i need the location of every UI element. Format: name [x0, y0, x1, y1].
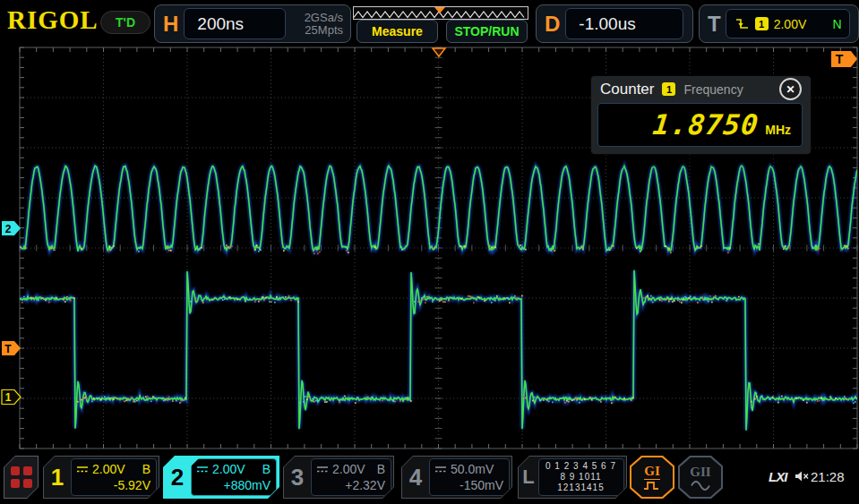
horizontal-label: H	[163, 12, 178, 37]
channel-1-status[interactable]: 1 2.00V B -5.92V	[43, 456, 159, 499]
horizontal-panel[interactable]: H 200ns 2GSa/s 25Mpts	[154, 4, 351, 43]
svg-text:1: 1	[5, 391, 12, 404]
memory-trigger-marker-icon	[434, 7, 445, 13]
lxi-logo: LXI	[769, 469, 786, 484]
channel-3-offset: +2.32V	[345, 478, 385, 492]
timebase-value: 200ns	[197, 14, 244, 34]
sine-wave-icon	[691, 481, 710, 491]
channel-1-number: 1	[44, 464, 71, 491]
dc-coupling-icon	[434, 465, 447, 474]
trigger-mode: N	[833, 17, 842, 31]
logic-channels-status[interactable]: L 0 1 2 3 4 5 6 7 8 9 1011 12131415	[518, 456, 627, 499]
rigol-logo: RIGOL	[7, 5, 99, 35]
channel-1-scale: 2.00V	[92, 462, 125, 476]
sample-rate: 2GSa/s	[305, 12, 343, 24]
generator-1-button[interactable]: GI	[630, 456, 674, 499]
oscilloscope-screen: RIGOL T'D H 200ns 2GSa/s 25Mpts Measure …	[0, 0, 859, 504]
channel-4-values: 50.0mV -150mV	[429, 458, 510, 496]
counter-overlay: Counter 1 Frequency ✕ 1.8750 MHz	[591, 76, 811, 154]
trigger-panel[interactable]: T 1 2.00V N	[699, 4, 859, 43]
channel-1-bandwidth: B	[142, 462, 150, 476]
dc-coupling-icon	[316, 465, 329, 474]
timebase-box[interactable]: 200ns	[184, 8, 286, 39]
channel-2-position-marker[interactable]: 2	[2, 221, 21, 235]
channel-1-offset: -5.92V	[114, 478, 150, 492]
falling-edge-icon	[735, 17, 750, 30]
delay-value: -1.00us	[579, 14, 635, 34]
channel-3-status[interactable]: 3 2.00V B +2.32V	[283, 456, 394, 499]
delay-box[interactable]: -1.00us	[565, 8, 683, 39]
svg-text:T: T	[836, 52, 844, 66]
clock: 21:28	[811, 469, 845, 484]
trigger-box[interactable]: 1 2.00V N	[726, 9, 850, 38]
stop-run-button[interactable]: STOP/RUN	[446, 20, 528, 43]
pulse-wave-icon	[643, 481, 661, 491]
generator-1-label: GI	[644, 464, 660, 480]
channel-2-bandwidth: B	[262, 462, 271, 476]
delay-label: D	[545, 12, 560, 37]
channel-2-number: 2	[164, 464, 191, 491]
logic-label: L	[519, 466, 538, 489]
channel-1-values: 2.00V B -5.92V	[71, 458, 157, 496]
channel-2-scale: 2.00V	[212, 462, 245, 476]
svg-text:T: T	[4, 343, 12, 355]
dc-coupling-icon	[76, 465, 89, 474]
channel-2-values: 2.00V B +880mV	[191, 458, 277, 496]
trigger-label: T	[708, 12, 721, 37]
acquisition-info: 2GSa/s 25Mpts	[305, 12, 343, 37]
svg-text:2: 2	[5, 223, 12, 235]
logic-channel-list: 0 1 2 3 4 5 6 7 8 9 1011 12131415	[538, 458, 624, 496]
measure-button[interactable]: Measure	[356, 20, 438, 43]
generator-2-button[interactable]: GII	[678, 456, 723, 499]
channel-4-number: 4	[402, 464, 429, 491]
trigger-offscreen-flag[interactable]: T	[831, 51, 857, 67]
trigger-source-badge: 1	[755, 17, 769, 30]
trigger-level-marker[interactable]: T	[2, 341, 21, 355]
channel-1-position-marker[interactable]: 1	[2, 390, 21, 405]
memory-depth: 25Mpts	[305, 24, 343, 37]
menu-grid-icon	[11, 466, 32, 488]
channel-4-scale: 50.0mV	[451, 462, 494, 476]
channel-4-offset: -150mV	[460, 478, 503, 492]
channel-3-bandwidth: B	[377, 462, 385, 476]
trigger-level-value: 2.00V	[774, 17, 807, 31]
channel-3-number: 3	[284, 464, 311, 491]
counter-mode: Frequency	[683, 82, 743, 97]
counter-unit: MHz	[765, 123, 791, 137]
selected-corner-icon	[191, 458, 199, 466]
channel-2-offset: +880mV	[223, 478, 271, 492]
counter-header: Counter 1 Frequency ✕	[591, 76, 811, 102]
logic-row-1: 0 1 2 3 4 5 6 7	[544, 461, 618, 472]
channel-3-scale: 2.00V	[332, 462, 365, 476]
speaker-muted-icon	[795, 470, 810, 483]
channel-2-status[interactable]: 2 2.00V B +880mV	[163, 456, 279, 499]
channel-3-values: 2.00V B +2.32V	[311, 458, 391, 496]
counter-close-button[interactable]: ✕	[779, 78, 802, 100]
trigger-position-marker[interactable]	[433, 48, 445, 56]
counter-value: 1.8750	[651, 104, 761, 145]
trigger-status-badge: T'D	[100, 11, 150, 34]
logic-row-2: 8 9 1011 12131415	[544, 472, 618, 493]
counter-readout: 1.8750 MHz	[597, 103, 803, 147]
generator-2-label: GII	[690, 465, 710, 480]
counter-source-badge: 1	[662, 82, 675, 96]
delay-panel[interactable]: D -1.00us	[536, 4, 693, 43]
counter-title: Counter	[600, 81, 654, 98]
channel-4-status[interactable]: 4 50.0mV -150mV	[401, 456, 512, 499]
menu-button[interactable]	[4, 456, 39, 499]
